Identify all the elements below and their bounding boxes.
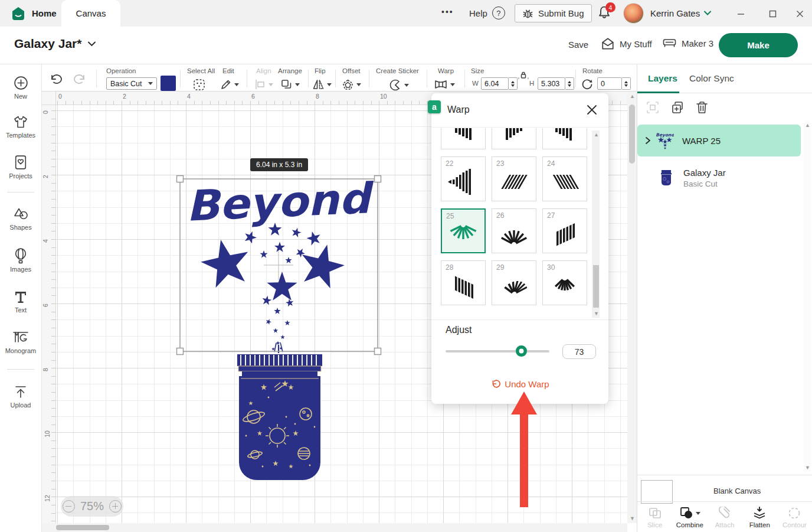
warp-style-tile-23[interactable]: 23 (492, 156, 536, 201)
sidebar-item-images[interactable]: Images (0, 247, 41, 273)
height-label: H (529, 80, 534, 87)
tab-canvas[interactable]: Canvas (61, 0, 120, 27)
galaxy-jar-design[interactable] (237, 354, 322, 480)
layer-row-galaxy-jar[interactable]: Galaxy Jar Basic Cut (637, 161, 801, 194)
rotate-stepper[interactable] (622, 77, 631, 90)
tab-color-sync[interactable]: Color Sync (689, 73, 734, 84)
combine-button[interactable]: Combine (672, 502, 707, 532)
warp-style-glyph (447, 169, 480, 195)
warp-grid-scrollbar[interactable]: ▲ ▼ (592, 130, 600, 318)
flatten-button[interactable]: Flatten (742, 502, 777, 532)
undo-war p-button[interactable]: Undo Warp (431, 379, 608, 389)
warp-scroll-thumb[interactable] (593, 265, 599, 308)
sidebar-item-templates[interactable]: Templates (0, 114, 41, 139)
warp-style-tile-22[interactable]: 22 (441, 156, 486, 201)
group-select-icon (646, 100, 660, 115)
blank-canvas-swatch[interactable] (641, 480, 673, 504)
warp-style-tile-partial[interactable] (492, 128, 536, 149)
user-name[interactable]: Kerrin Gates (650, 8, 700, 18)
warp-style-tile-29[interactable]: 29 (492, 260, 536, 305)
undo-icon[interactable] (49, 73, 63, 84)
make-button[interactable]: Make (719, 33, 798, 57)
layer-operations-bar: Slice Combine Attach Flatten (637, 501, 812, 532)
warp-button[interactable] (434, 79, 455, 90)
sidebar-item-projects[interactable]: Projects (0, 154, 41, 179)
operation-select[interactable]: Basic Cut (106, 77, 157, 90)
warp-style-tile-24[interactable]: 24 (542, 156, 587, 201)
create-sticker-button[interactable] (389, 79, 409, 92)
warp-close-button[interactable] (585, 103, 598, 116)
project-title-menu[interactable]: Galaxy Jar* (14, 37, 96, 51)
rotate-icon[interactable] (581, 79, 593, 90)
window-maximize-button[interactable] (767, 8, 778, 19)
save-button[interactable]: Save (568, 40, 588, 50)
layers-scrollbar[interactable]: ▲ ▼ (804, 121, 811, 472)
align-caret-icon (269, 83, 273, 86)
layer-text: Galaxy Jar Basic Cut (683, 168, 726, 188)
text-t-icon (13, 290, 28, 305)
adjust-value-input[interactable] (562, 344, 596, 359)
warp-style-tile-partial[interactable] (542, 128, 587, 149)
edit-toolbar: Operation Basic Cut Select All Edit Alig… (42, 64, 637, 92)
user-menu-chevron-icon[interactable] (703, 10, 712, 16)
arrange-menu-button[interactable] (280, 79, 300, 91)
my-stuff-button[interactable]: My Stuff (601, 37, 652, 50)
project-title-chevron-icon (87, 41, 96, 47)
select-all-icon[interactable] (193, 79, 205, 91)
sidebar-item-shapes[interactable]: Shapes (0, 206, 41, 231)
user-avatar[interactable] (623, 3, 644, 24)
adjust-slider-track[interactable] (446, 350, 549, 353)
notifications-button[interactable]: 4 (597, 5, 615, 23)
height-stepper[interactable] (565, 77, 574, 90)
machine-selector[interactable]: Maker 3 (662, 37, 713, 49)
selection-crosshair (264, 250, 293, 280)
vertical-scrollbar[interactable]: ▲ ▼ (627, 92, 637, 523)
window-close-button[interactable] (794, 8, 805, 19)
warp-panel: a Warp 22 (431, 93, 608, 404)
width-label: W (472, 80, 479, 87)
edit-menu-button[interactable] (220, 79, 239, 90)
contour-button: Contour (777, 502, 812, 532)
warped-beyond-design[interactable]: Beyond (185, 174, 376, 353)
warp-style-tile-28[interactable]: 28 (441, 260, 486, 305)
submit-bug-button[interactable]: Submit Bug (515, 4, 592, 22)
zoom-out-button[interactable] (63, 500, 75, 513)
flip-menu-button[interactable] (312, 79, 332, 90)
blank-canvas-row[interactable]: Blank Canvas (637, 475, 812, 501)
height-input[interactable] (538, 77, 565, 90)
horizontal-scroll-thumb[interactable] (56, 525, 109, 530)
help-menu[interactable]: Help ? (469, 6, 505, 19)
warp-style-tile-30[interactable]: 30 (542, 260, 587, 305)
tab-layers[interactable]: Layers (648, 73, 677, 84)
sidebar-item-new[interactable]: New (0, 75, 41, 100)
warp-style-glyph (548, 221, 581, 247)
layer-row-warp-25[interactable]: Beyond WARP 25 (637, 125, 801, 156)
duplicate-icon[interactable] (670, 100, 685, 115)
warp-style-tile-27[interactable]: 27 (542, 208, 587, 253)
vertical-scroll-thumb[interactable] (629, 105, 635, 164)
layer-expand-chevron-icon[interactable] (644, 136, 651, 145)
rotate-input[interactable] (597, 77, 622, 90)
sidebar-item-upload[interactable]: Upload (0, 384, 41, 409)
sidebar-item-text[interactable]: Text (0, 290, 41, 314)
warp-style-tile-partial[interactable] (441, 128, 486, 149)
horizontal-scrollbar[interactable] (42, 523, 627, 532)
adjust-label: Adjust (446, 325, 472, 335)
layer-color-swatch[interactable] (161, 76, 176, 91)
warp-style-tile-26[interactable]: 26 (492, 208, 536, 253)
warp-style-glyph (548, 128, 581, 142)
warp-style-tile-25-selected[interactable]: 25 (441, 208, 486, 253)
submit-bug-label: Submit Bug (538, 8, 584, 18)
adjust-slider-thumb[interactable] (516, 345, 527, 357)
tab-home[interactable]: Home (11, 0, 57, 27)
window-minimize-button[interactable] (735, 8, 746, 19)
size-lock-icon[interactable] (518, 71, 529, 80)
trash-icon[interactable] (695, 100, 709, 115)
sidebar-item-monogram[interactable]: Monogram (0, 330, 41, 354)
zoom-in-button[interactable] (109, 500, 122, 513)
offset-menu-button[interactable] (342, 79, 361, 91)
width-stepper[interactable] (509, 77, 518, 90)
overflow-menu-button[interactable]: ••• (441, 7, 454, 17)
width-input[interactable] (481, 77, 509, 90)
help-label: Help (469, 8, 487, 18)
